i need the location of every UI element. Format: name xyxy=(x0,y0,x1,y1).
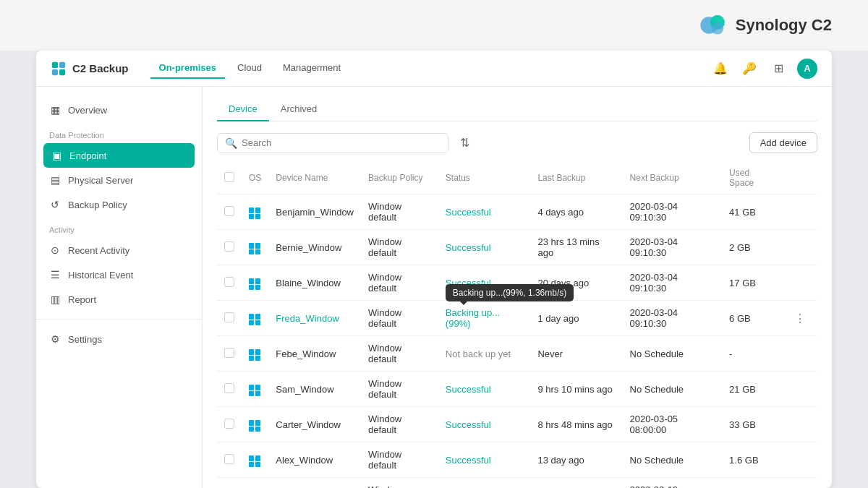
status-badge: Successful xyxy=(446,455,491,466)
row-checkbox[interactable] xyxy=(224,383,234,393)
main-content: Device Archived 🔍 ⇅ Add device OS xyxy=(203,87,832,488)
sidebar-item-endpoint[interactable]: ▣ Endpoint xyxy=(43,143,195,168)
server-icon: ▤ xyxy=(49,174,61,186)
status-badge: Successful xyxy=(446,207,491,218)
settings-gear-icon: ⚙ xyxy=(49,333,61,345)
sidebar-report-label: Report xyxy=(68,294,96,305)
row-device-name: Carter_Window xyxy=(268,407,361,442)
row-next-backup: 2020-03-04 09:10:30 xyxy=(623,194,723,230)
sidebar-item-settings[interactable]: ⚙ Settings xyxy=(36,327,202,351)
row-backup-policy: Window default xyxy=(361,478,438,489)
row-checkbox[interactable] xyxy=(224,454,234,464)
nav-management[interactable]: Managerment xyxy=(274,58,349,79)
status-badge: Successful xyxy=(446,242,491,253)
row-device-name: Bernie_Window xyxy=(268,230,361,265)
row-checkbox-cell xyxy=(217,478,242,489)
row-more-button[interactable]: ⋮ xyxy=(790,310,810,327)
app-header: C2 Backup On-premises Cloud Managerment … xyxy=(36,51,832,87)
tab-device[interactable]: Device xyxy=(217,98,269,121)
synology-logo: Synology C2 xyxy=(698,14,832,37)
row-backup-policy: Window default xyxy=(361,336,438,372)
table-row: Joseph_WindowWindow defaultNot back up y… xyxy=(217,478,817,489)
status-badge: Successful xyxy=(446,384,491,395)
row-last-backup: Never xyxy=(530,478,622,489)
row-last-backup: 8 hrs 48 mins ago xyxy=(530,407,622,442)
row-checkbox-cell xyxy=(217,230,242,265)
row-checkbox[interactable] xyxy=(224,277,234,287)
row-checkbox[interactable] xyxy=(224,312,234,322)
row-last-backup: 1 day ago xyxy=(530,301,622,336)
svg-rect-3 xyxy=(52,61,58,67)
row-last-backup: 4 days ago xyxy=(530,194,622,230)
row-checkbox[interactable] xyxy=(224,241,234,252)
row-actions-cell xyxy=(783,478,817,489)
row-checkbox[interactable] xyxy=(224,348,234,358)
row-used-space: 33 GB xyxy=(722,407,783,442)
row-os-cell xyxy=(242,372,268,407)
device-name-link[interactable]: Freda_Window xyxy=(276,313,339,324)
row-used-space: - xyxy=(722,336,783,372)
notifications-icon[interactable]: 🔔 xyxy=(710,59,731,79)
status-badge: Successful xyxy=(446,419,491,430)
windows-icon xyxy=(249,207,260,219)
row-os-cell xyxy=(242,230,268,265)
search-box: 🔍 xyxy=(217,133,448,153)
sidebar-item-overview[interactable]: ▦ Overview xyxy=(36,98,202,122)
table-row: Benjamin_WindowWindow defaultSuccessful4… xyxy=(217,194,817,230)
th-next-backup: Next Backup xyxy=(623,162,723,194)
sidebar-item-report[interactable]: ▥ Report xyxy=(36,287,202,312)
row-checkbox[interactable] xyxy=(224,419,234,429)
svg-rect-6 xyxy=(59,69,65,74)
windows-icon xyxy=(249,455,260,467)
sidebar-item-physical-server[interactable]: ▤ Physical Server xyxy=(36,168,202,192)
row-checkbox-cell xyxy=(217,442,242,478)
row-checkbox-cell xyxy=(217,265,242,301)
row-status: Successful xyxy=(438,442,531,478)
sidebar-endpoint-label: Endpoint xyxy=(69,150,106,161)
nav-on-premises[interactable]: On-premises xyxy=(150,58,225,79)
add-device-button[interactable]: Add device xyxy=(749,132,817,153)
row-next-backup: 2020-03-10 08:00:00 xyxy=(623,478,723,489)
search-icon: 🔍 xyxy=(225,137,237,149)
grid-icon[interactable]: ⊞ xyxy=(768,59,788,79)
row-device-name: Sam_Window xyxy=(268,372,361,407)
row-device-name: Benjamin_Window xyxy=(268,194,361,230)
settings-icon[interactable]: 🔑 xyxy=(739,59,760,79)
row-actions-cell xyxy=(783,230,817,265)
row-checkbox-cell xyxy=(217,336,242,372)
row-checkbox-cell xyxy=(217,372,242,407)
row-device-name: Joseph_Window xyxy=(268,478,361,489)
windows-icon xyxy=(249,314,260,325)
row-status: Not back up yet xyxy=(438,478,531,489)
sidebar-item-backup-policy[interactable]: ↺ Backup Policy xyxy=(36,192,202,217)
overview-icon: ▦ xyxy=(49,104,61,116)
row-status: Not back up yet xyxy=(438,336,531,372)
table-row: Febe_WindowWindow defaultNot back up yet… xyxy=(217,336,817,372)
row-backup-policy: Window default xyxy=(361,442,438,478)
sidebar-item-historical-event[interactable]: ☰ Historical Event xyxy=(36,262,202,287)
user-avatar[interactable]: A xyxy=(797,59,817,79)
row-checkbox-cell xyxy=(217,301,242,336)
main-nav: On-premises Cloud Managerment xyxy=(150,58,710,79)
row-next-backup: No Schedule xyxy=(623,336,723,372)
row-status: Successful xyxy=(438,407,531,442)
row-used-space: 2 GB xyxy=(722,230,783,265)
th-checkbox xyxy=(217,162,242,194)
select-all-checkbox[interactable] xyxy=(224,172,234,182)
sidebar-settings-label: Settings xyxy=(68,334,102,345)
content-tabs: Device Archived xyxy=(217,98,817,121)
filter-button[interactable]: ⇅ xyxy=(454,132,475,153)
status-tooltip: Backing up...(99%, 1.36mb/s) xyxy=(446,284,574,301)
tab-archived[interactable]: Archived xyxy=(269,98,329,121)
search-input[interactable] xyxy=(242,137,441,148)
table-row: Carter_WindowWindow defaultSuccessful8 h… xyxy=(217,407,817,442)
sidebar-item-recent-activity[interactable]: ⊙ Recent Activity xyxy=(36,238,202,262)
th-actions xyxy=(783,162,817,194)
th-used-space: Used Space xyxy=(722,162,783,194)
nav-cloud[interactable]: Cloud xyxy=(229,58,271,79)
row-checkbox[interactable] xyxy=(224,206,234,216)
table-row: Bernie_WindowWindow defaultSuccessful23 … xyxy=(217,230,817,265)
row-os-cell xyxy=(242,336,268,372)
status-badge: Backing up...(99%) xyxy=(446,307,500,329)
svg-rect-5 xyxy=(52,69,58,74)
